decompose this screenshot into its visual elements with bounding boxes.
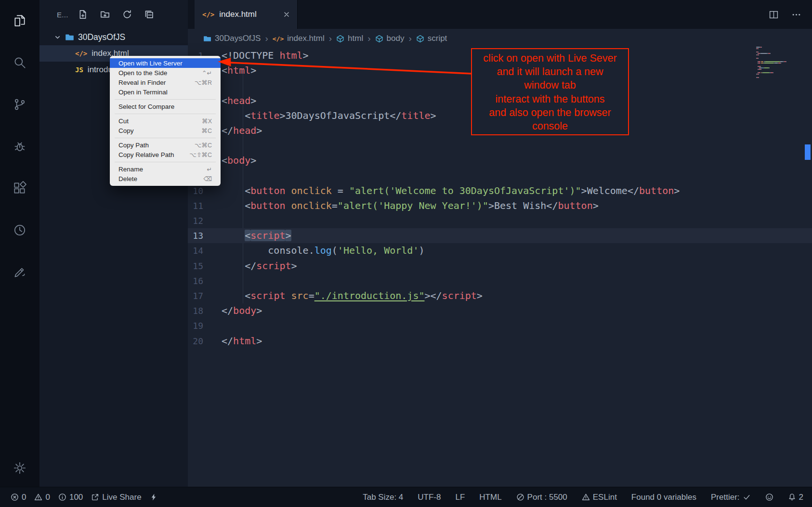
breadcrumb-body[interactable]: body xyxy=(375,34,405,43)
explorer-title: E... xyxy=(57,11,68,19)
menu-item-copy[interactable]: Copy⌘C xyxy=(110,126,221,135)
status-prettier[interactable]: Prettier: xyxy=(711,493,751,502)
breadcrumb-separator-icon: › xyxy=(408,33,411,44)
status-info-100[interactable]: 100 xyxy=(58,493,83,502)
menu-item-open-with-live-server[interactable]: Open with Live Server xyxy=(110,58,221,68)
line-number[interactable]: 19 xyxy=(188,318,222,333)
activity-search-button[interactable] xyxy=(8,51,31,74)
source-control-icon xyxy=(13,97,27,112)
line-number[interactable]: 15 xyxy=(188,259,222,273)
menu-item-rename[interactable]: Rename↵ xyxy=(110,164,221,174)
folder-row-root[interactable]: 30DaysOfJS xyxy=(39,29,188,45)
breadcrumb-index-html[interactable]: </>index.html xyxy=(273,34,325,43)
status-warning-0[interactable]: 0 xyxy=(34,493,50,502)
live-share-icon xyxy=(91,493,99,501)
breadcrumb-script[interactable]: script xyxy=(416,34,447,43)
status-bolt[interactable] xyxy=(150,493,158,501)
minimap[interactable] xyxy=(756,47,804,78)
status-error-0[interactable]: 0 xyxy=(11,493,26,502)
code-line-14[interactable]: 14 console.log('Hello, World') xyxy=(188,243,812,258)
menu-separator xyxy=(115,138,216,138)
breadcrumb-html[interactable]: html xyxy=(336,34,363,43)
code-line-18[interactable]: 18</body> xyxy=(188,303,812,318)
status-port-port-5500[interactable]: Port : 5500 xyxy=(516,493,567,502)
line-number[interactable]: 12 xyxy=(188,213,222,228)
menu-item-reveal-in-finder[interactable]: Reveal in Finder⌥⌘R xyxy=(110,78,221,87)
line-number[interactable]: 11 xyxy=(188,198,222,213)
breadcrumb: 30DaysOfJS›</>index.html›html›body›scrip… xyxy=(188,29,812,48)
code-line-13[interactable]: 13 <script> xyxy=(188,228,812,243)
tab-bar: </> index.html xyxy=(188,0,812,29)
html-file-icon: </> xyxy=(202,11,214,18)
menu-item-copy-relative-path[interactable]: Copy Relative Path⌥⇧⌘C xyxy=(110,150,221,159)
warning-icon xyxy=(34,493,42,501)
code-line-20[interactable]: 20</html> xyxy=(188,334,812,349)
line-number[interactable]: 14 xyxy=(188,243,222,258)
menu-item-copy-path[interactable]: Copy Path⌥⌘C xyxy=(110,140,221,150)
status-warning-eslint[interactable]: ESLint xyxy=(582,493,617,502)
editor-actions xyxy=(769,10,812,20)
activity-history-button[interactable] xyxy=(8,219,31,242)
close-icon[interactable] xyxy=(283,11,290,18)
extensions-icon xyxy=(13,181,27,195)
code-line-7[interactable]: 7 xyxy=(188,138,812,153)
code-line-10[interactable]: 10 <button onclick = "alert('Welcome to … xyxy=(188,183,812,198)
code-line-12[interactable]: 12 xyxy=(188,213,812,228)
code-line-16[interactable]: 16 xyxy=(188,273,812,288)
info-icon xyxy=(58,493,66,501)
activity-run-debug-button[interactable] xyxy=(8,135,31,158)
status-found-0-variables[interactable]: Found 0 variables xyxy=(631,493,696,502)
breadcrumb-30daysofjs[interactable]: 30DaysOfJS xyxy=(203,34,261,43)
refresh-button[interactable] xyxy=(122,10,132,19)
line-number[interactable]: 20 xyxy=(188,334,222,349)
status-lf[interactable]: LF xyxy=(455,493,465,502)
split-editor-icon[interactable] xyxy=(769,10,779,20)
code-line-11[interactable]: 11 <button onclick="alert('Happy New Yea… xyxy=(188,198,812,213)
html-file-icon: </> xyxy=(75,50,87,57)
line-number[interactable]: 13 xyxy=(188,228,222,243)
code-line-17[interactable]: 17 <script src="./introduction.js"></scr… xyxy=(188,288,812,303)
new-folder-button[interactable] xyxy=(100,10,110,19)
code-line-15[interactable]: 15 </script> xyxy=(188,259,812,273)
activity-source-control-button[interactable] xyxy=(8,93,31,116)
status-left: 00100Live Share xyxy=(0,493,158,502)
annotation-text: and also open the browser xyxy=(472,106,628,119)
more-actions-icon[interactable] xyxy=(791,10,801,20)
collapse-all-button[interactable] xyxy=(144,10,154,19)
code-line-19[interactable]: 19 xyxy=(188,318,812,333)
status-live-share-live-share[interactable]: Live Share xyxy=(91,493,141,502)
status-bell-2[interactable]: 2 xyxy=(788,493,803,502)
menu-item-open-to-the-side[interactable]: Open to the Side⌃↵ xyxy=(110,68,221,78)
status-html[interactable]: HTML xyxy=(479,493,501,502)
cube-icon xyxy=(375,35,383,43)
activity-explorer-button[interactable] xyxy=(8,9,31,32)
new-folder-icon xyxy=(100,10,110,19)
activity-extensions-button[interactable] xyxy=(8,177,31,200)
breadcrumb-separator-icon: › xyxy=(329,33,332,44)
tab-index-html[interactable]: </> index.html xyxy=(195,0,298,29)
annotation-text: window tab xyxy=(472,78,628,92)
port-icon xyxy=(516,493,524,501)
scroll-decoration xyxy=(805,144,811,160)
html-file-icon: </> xyxy=(273,35,284,42)
code-line-9[interactable]: 9 xyxy=(188,169,812,183)
new-file-icon xyxy=(78,10,88,19)
annotation-text: interact with the buttons xyxy=(472,92,628,106)
menu-item-delete[interactable]: Delete⌫ xyxy=(110,174,221,183)
code-line-8[interactable]: 8<body> xyxy=(188,153,812,168)
status-tab-size-4[interactable]: Tab Size: 4 xyxy=(363,493,403,502)
activity-feedback-button[interactable] xyxy=(8,260,31,284)
annotation-text: and it will launch a new xyxy=(472,65,628,78)
activity-settings-button[interactable] xyxy=(8,456,31,480)
history-icon xyxy=(13,223,27,237)
line-number[interactable]: 16 xyxy=(188,273,222,288)
menu-item-open-in-terminal[interactable]: Open in Terminal xyxy=(110,87,221,97)
line-number[interactable]: 17 xyxy=(188,288,222,303)
breadcrumb-separator-icon: › xyxy=(265,33,268,44)
status-smiley[interactable] xyxy=(765,493,773,501)
menu-item-cut[interactable]: Cut⌘X xyxy=(110,116,221,126)
menu-item-select-for-compare[interactable]: Select for Compare xyxy=(110,102,221,111)
status-utf-8[interactable]: UTF-8 xyxy=(418,493,441,502)
line-number[interactable]: 18 xyxy=(188,303,222,318)
new-file-button[interactable] xyxy=(78,10,88,19)
